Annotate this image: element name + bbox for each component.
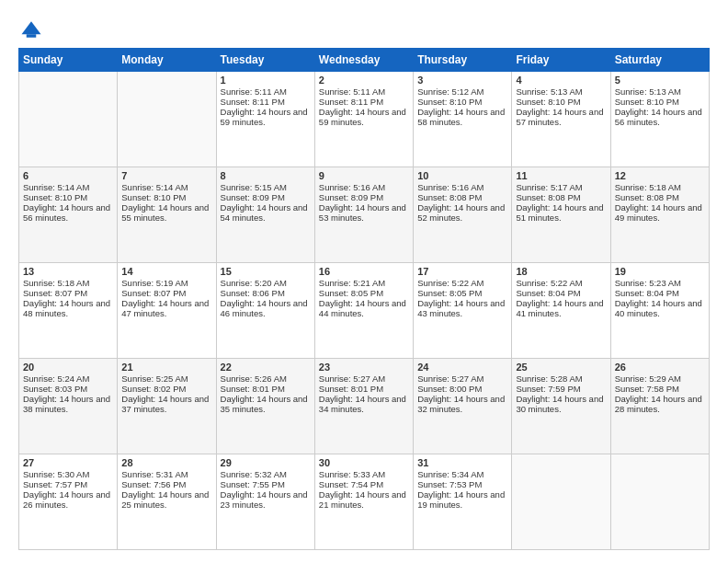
weekday-header-monday: Monday <box>118 49 216 72</box>
day-number: 28 <box>121 457 211 468</box>
day-number: 21 <box>121 362 211 373</box>
sunset-text: Sunset: 8:10 PM <box>417 97 507 107</box>
day-number: 16 <box>319 266 409 277</box>
day-number: 9 <box>319 170 409 181</box>
calendar-cell: 18Sunrise: 5:22 AMSunset: 8:04 PMDayligh… <box>512 263 610 359</box>
sunset-text: Sunset: 7:55 PM <box>221 479 311 489</box>
weekday-header-sunday: Sunday <box>19 49 118 72</box>
sunrise-text: Sunrise: 5:24 AM <box>23 373 113 384</box>
daylight-text: Daylight: 14 hours and 35 minutes. <box>221 394 311 414</box>
daylight-text: Daylight: 14 hours and 25 minutes. <box>121 489 211 510</box>
logo <box>18 17 48 42</box>
day-number: 19 <box>615 266 705 277</box>
calendar-cell: 9Sunrise: 5:16 AMSunset: 8:09 PMDaylight… <box>314 167 413 263</box>
calendar-cell: 2Sunrise: 5:11 AMSunset: 8:11 PMDaylight… <box>314 72 413 167</box>
sunrise-text: Sunrise: 5:15 AM <box>221 182 311 192</box>
calendar-table: SundayMondayTuesdayWednesdayThursdayFrid… <box>18 48 710 550</box>
day-number: 26 <box>615 362 705 373</box>
daylight-text: Daylight: 14 hours and 53 minutes. <box>319 202 409 223</box>
sunset-text: Sunset: 8:08 PM <box>615 192 705 202</box>
day-number: 12 <box>615 170 705 181</box>
calendar-cell: 22Sunrise: 5:26 AMSunset: 8:01 PMDayligh… <box>216 359 314 454</box>
sunrise-text: Sunrise: 5:16 AM <box>319 182 409 192</box>
daylight-text: Daylight: 14 hours and 54 minutes. <box>221 202 311 223</box>
daylight-text: Daylight: 14 hours and 55 minutes. <box>121 202 211 223</box>
calendar-cell: 15Sunrise: 5:20 AMSunset: 8:06 PMDayligh… <box>216 263 314 359</box>
header <box>18 17 710 42</box>
day-number: 7 <box>121 170 211 181</box>
daylight-text: Daylight: 14 hours and 57 minutes. <box>516 107 606 127</box>
calendar-week-1: 1Sunrise: 5:11 AMSunset: 8:11 PMDaylight… <box>19 72 710 167</box>
svg-rect-2 <box>27 34 37 38</box>
sunrise-text: Sunrise: 5:27 AM <box>319 373 409 384</box>
calendar-cell: 3Sunrise: 5:12 AMSunset: 8:10 PMDaylight… <box>414 72 512 167</box>
sunset-text: Sunset: 8:11 PM <box>221 97 311 107</box>
sunset-text: Sunset: 8:07 PM <box>121 288 211 298</box>
calendar-cell: 23Sunrise: 5:27 AMSunset: 8:01 PMDayligh… <box>314 359 413 454</box>
calendar-week-4: 20Sunrise: 5:24 AMSunset: 8:03 PMDayligh… <box>19 359 710 454</box>
daylight-text: Daylight: 14 hours and 43 minutes. <box>417 298 507 318</box>
daylight-text: Daylight: 14 hours and 19 minutes. <box>417 489 507 510</box>
daylight-text: Daylight: 14 hours and 26 minutes. <box>23 489 113 510</box>
calendar-week-2: 6Sunrise: 5:14 AMSunset: 8:10 PMDaylight… <box>19 167 710 263</box>
daylight-text: Daylight: 14 hours and 21 minutes. <box>319 489 409 510</box>
calendar-cell: 30Sunrise: 5:33 AMSunset: 7:54 PMDayligh… <box>314 454 413 550</box>
sunset-text: Sunset: 7:59 PM <box>516 384 606 394</box>
calendar-cell: 25Sunrise: 5:28 AMSunset: 7:59 PMDayligh… <box>512 359 610 454</box>
day-number: 15 <box>221 266 311 277</box>
day-number: 4 <box>516 75 606 86</box>
daylight-text: Daylight: 14 hours and 46 minutes. <box>221 298 311 318</box>
day-number: 13 <box>23 266 113 277</box>
sunrise-text: Sunrise: 5:13 AM <box>516 86 606 97</box>
sunset-text: Sunset: 8:10 PM <box>23 192 113 202</box>
day-number: 23 <box>319 362 409 373</box>
sunrise-text: Sunrise: 5:13 AM <box>615 86 705 97</box>
calendar-week-5: 27Sunrise: 5:30 AMSunset: 7:57 PMDayligh… <box>19 454 710 550</box>
calendar-cell <box>19 72 118 167</box>
calendar-cell: 27Sunrise: 5:30 AMSunset: 7:57 PMDayligh… <box>19 454 118 550</box>
sunrise-text: Sunrise: 5:16 AM <box>417 182 507 192</box>
day-number: 18 <box>516 266 606 277</box>
sunset-text: Sunset: 8:00 PM <box>417 384 507 394</box>
sunrise-text: Sunrise: 5:17 AM <box>516 182 606 192</box>
day-number: 14 <box>121 266 211 277</box>
day-number: 24 <box>417 362 507 373</box>
sunset-text: Sunset: 7:56 PM <box>121 479 211 489</box>
sunset-text: Sunset: 8:09 PM <box>221 192 311 202</box>
daylight-text: Daylight: 14 hours and 52 minutes. <box>417 202 507 223</box>
sunrise-text: Sunrise: 5:22 AM <box>516 278 606 288</box>
calendar-cell: 16Sunrise: 5:21 AMSunset: 8:05 PMDayligh… <box>314 263 413 359</box>
sunset-text: Sunset: 8:04 PM <box>516 288 606 298</box>
sunrise-text: Sunrise: 5:19 AM <box>121 278 211 288</box>
sunrise-text: Sunrise: 5:14 AM <box>121 182 211 192</box>
sunset-text: Sunset: 8:11 PM <box>319 97 409 107</box>
sunset-text: Sunset: 7:54 PM <box>319 479 409 489</box>
logo-icon <box>18 17 44 42</box>
weekday-header-tuesday: Tuesday <box>216 49 314 72</box>
sunrise-text: Sunrise: 5:14 AM <box>23 182 113 192</box>
calendar-cell: 8Sunrise: 5:15 AMSunset: 8:09 PMDaylight… <box>216 167 314 263</box>
sunset-text: Sunset: 8:10 PM <box>121 192 211 202</box>
sunset-text: Sunset: 8:03 PM <box>23 384 113 394</box>
calendar-cell: 19Sunrise: 5:23 AMSunset: 8:04 PMDayligh… <box>610 263 709 359</box>
calendar-cell: 6Sunrise: 5:14 AMSunset: 8:10 PMDaylight… <box>19 167 118 263</box>
day-number: 10 <box>417 170 507 181</box>
daylight-text: Daylight: 14 hours and 56 minutes. <box>615 107 705 127</box>
daylight-text: Daylight: 14 hours and 58 minutes. <box>417 107 507 127</box>
day-number: 22 <box>221 362 311 373</box>
sunset-text: Sunset: 8:06 PM <box>221 288 311 298</box>
day-number: 6 <box>23 170 113 181</box>
sunrise-text: Sunrise: 5:32 AM <box>221 469 311 479</box>
daylight-text: Daylight: 14 hours and 28 minutes. <box>615 394 705 414</box>
day-number: 17 <box>417 266 507 277</box>
calendar-cell <box>610 454 709 550</box>
sunset-text: Sunset: 7:58 PM <box>615 384 705 394</box>
day-number: 30 <box>319 457 409 468</box>
sunset-text: Sunset: 8:10 PM <box>615 97 705 107</box>
calendar-cell: 31Sunrise: 5:34 AMSunset: 7:53 PMDayligh… <box>414 454 512 550</box>
sunrise-text: Sunrise: 5:30 AM <box>23 469 113 479</box>
sunrise-text: Sunrise: 5:25 AM <box>121 373 211 384</box>
calendar-cell: 21Sunrise: 5:25 AMSunset: 8:02 PMDayligh… <box>118 359 216 454</box>
calendar-cell: 4Sunrise: 5:13 AMSunset: 8:10 PMDaylight… <box>512 72 610 167</box>
daylight-text: Daylight: 14 hours and 51 minutes. <box>516 202 606 223</box>
